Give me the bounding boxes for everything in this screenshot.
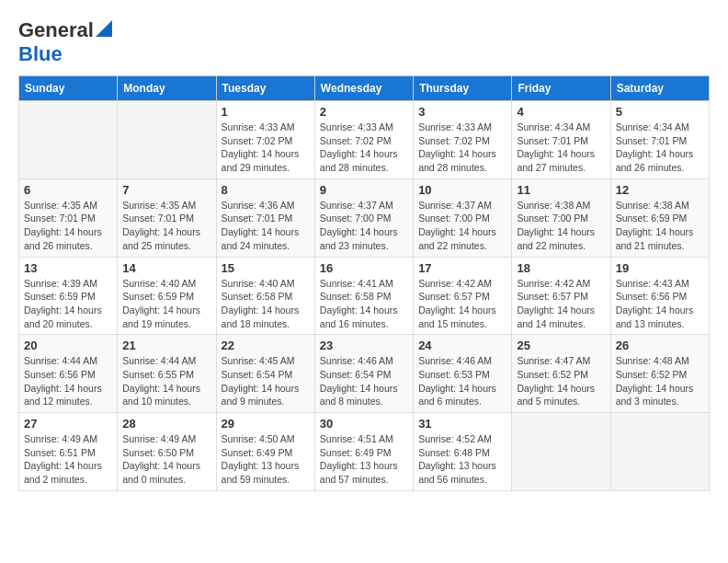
day-number: 6 — [24, 183, 112, 197]
calendar-cell: 16Sunrise: 4:41 AMSunset: 6:58 PMDayligh… — [314, 257, 413, 335]
calendar-cell: 18Sunrise: 4:42 AMSunset: 6:57 PMDayligh… — [512, 257, 610, 335]
day-info: Sunrise: 4:40 AMSunset: 6:59 PMDaylight:… — [122, 277, 210, 331]
calendar-cell: 11Sunrise: 4:38 AMSunset: 7:00 PMDayligh… — [512, 178, 610, 257]
calendar-cell — [512, 413, 610, 491]
calendar-cell: 7Sunrise: 4:35 AMSunset: 7:01 PMDaylight… — [118, 178, 216, 257]
calendar-cell: 13Sunrise: 4:39 AMSunset: 6:59 PMDayligh… — [19, 257, 118, 335]
calendar-cell: 23Sunrise: 4:46 AMSunset: 6:54 PMDayligh… — [314, 335, 413, 413]
day-info: Sunrise: 4:42 AMSunset: 6:57 PMDaylight:… — [418, 277, 506, 331]
day-info: Sunrise: 4:46 AMSunset: 6:53 PMDaylight:… — [418, 354, 506, 408]
day-number: 5 — [616, 105, 704, 119]
header-saturday: Saturday — [610, 76, 709, 101]
day-info: Sunrise: 4:37 AMSunset: 7:00 PMDaylight:… — [320, 199, 408, 253]
calendar-cell — [118, 101, 216, 179]
calendar-cell: 17Sunrise: 4:42 AMSunset: 6:57 PMDayligh… — [414, 257, 512, 335]
day-info: Sunrise: 4:38 AMSunset: 6:59 PMDaylight:… — [616, 199, 704, 253]
logo-blue-text: Blue — [18, 42, 63, 65]
header-tuesday: Tuesday — [216, 76, 314, 101]
calendar-cell: 6Sunrise: 4:35 AMSunset: 7:01 PMDaylight… — [19, 178, 118, 257]
day-info: Sunrise: 4:33 AMSunset: 7:02 PMDaylight:… — [320, 121, 408, 175]
day-info: Sunrise: 4:33 AMSunset: 7:02 PMDaylight:… — [222, 121, 310, 175]
header-sunday: Sunday — [19, 76, 118, 101]
calendar-cell: 31Sunrise: 4:52 AMSunset: 6:48 PMDayligh… — [414, 413, 512, 491]
day-number: 25 — [517, 339, 605, 352]
day-info: Sunrise: 4:46 AMSunset: 6:54 PMDaylight:… — [320, 354, 408, 408]
day-number: 22 — [222, 339, 310, 352]
day-info: Sunrise: 4:43 AMSunset: 6:56 PMDaylight:… — [616, 277, 704, 331]
day-info: Sunrise: 4:39 AMSunset: 6:59 PMDaylight:… — [24, 277, 112, 331]
calendar-cell: 19Sunrise: 4:43 AMSunset: 6:56 PMDayligh… — [610, 257, 709, 335]
day-number: 31 — [418, 417, 506, 431]
calendar-cell: 5Sunrise: 4:34 AMSunset: 7:01 PMDaylight… — [610, 101, 709, 179]
calendar-table: SundayMondayTuesdayWednesdayThursdayFrid… — [18, 75, 710, 491]
day-info: Sunrise: 4:52 AMSunset: 6:48 PMDaylight:… — [418, 432, 506, 487]
day-info: Sunrise: 4:34 AMSunset: 7:01 PMDaylight:… — [616, 121, 704, 175]
day-number: 20 — [24, 339, 112, 352]
calendar-cell: 28Sunrise: 4:49 AMSunset: 6:50 PMDayligh… — [118, 413, 216, 491]
day-number: 7 — [122, 183, 210, 197]
day-info: Sunrise: 4:47 AMSunset: 6:52 PMDaylight:… — [517, 354, 605, 408]
calendar-cell: 21Sunrise: 4:44 AMSunset: 6:55 PMDayligh… — [118, 335, 216, 413]
calendar-week-2: 6Sunrise: 4:35 AMSunset: 7:01 PMDaylight… — [19, 178, 710, 257]
day-number: 3 — [418, 105, 506, 119]
calendar-cell: 8Sunrise: 4:36 AMSunset: 7:01 PMDaylight… — [216, 178, 314, 257]
header-friday: Friday — [512, 76, 610, 101]
svg-marker-0 — [96, 20, 112, 37]
day-number: 12 — [616, 183, 704, 197]
calendar-cell — [19, 101, 118, 179]
calendar-cell: 9Sunrise: 4:37 AMSunset: 7:00 PMDaylight… — [314, 178, 413, 257]
logo-triangle-icon — [96, 20, 112, 37]
day-info: Sunrise: 4:42 AMSunset: 6:57 PMDaylight:… — [517, 277, 605, 331]
day-info: Sunrise: 4:37 AMSunset: 7:00 PMDaylight:… — [418, 199, 506, 253]
day-number: 4 — [517, 105, 605, 119]
calendar-cell: 14Sunrise: 4:40 AMSunset: 6:59 PMDayligh… — [118, 257, 216, 335]
calendar-week-4: 20Sunrise: 4:44 AMSunset: 6:56 PMDayligh… — [19, 335, 710, 413]
day-info: Sunrise: 4:45 AMSunset: 6:54 PMDaylight:… — [222, 354, 310, 408]
header-monday: Monday — [118, 76, 216, 101]
day-info: Sunrise: 4:44 AMSunset: 6:55 PMDaylight:… — [122, 354, 210, 408]
calendar-cell: 22Sunrise: 4:45 AMSunset: 6:54 PMDayligh… — [216, 335, 314, 413]
day-number: 11 — [517, 183, 605, 197]
day-number: 24 — [418, 339, 506, 352]
day-number: 13 — [24, 261, 112, 275]
calendar-cell: 24Sunrise: 4:46 AMSunset: 6:53 PMDayligh… — [414, 335, 512, 413]
calendar-cell: 12Sunrise: 4:38 AMSunset: 6:59 PMDayligh… — [610, 178, 709, 257]
calendar-cell: 2Sunrise: 4:33 AMSunset: 7:02 PMDaylight… — [314, 101, 413, 179]
day-info: Sunrise: 4:35 AMSunset: 7:01 PMDaylight:… — [122, 199, 210, 253]
calendar-cell: 20Sunrise: 4:44 AMSunset: 6:56 PMDayligh… — [19, 335, 118, 413]
header-wednesday: Wednesday — [314, 76, 413, 101]
calendar-cell: 25Sunrise: 4:47 AMSunset: 6:52 PMDayligh… — [512, 335, 610, 413]
day-info: Sunrise: 4:41 AMSunset: 6:58 PMDaylight:… — [320, 277, 408, 331]
day-number: 10 — [418, 183, 506, 197]
calendar-week-1: 1Sunrise: 4:33 AMSunset: 7:02 PMDaylight… — [19, 101, 710, 179]
day-number: 26 — [616, 339, 704, 352]
day-number: 14 — [122, 261, 210, 275]
calendar-cell: 29Sunrise: 4:50 AMSunset: 6:49 PMDayligh… — [216, 413, 314, 491]
day-number: 28 — [122, 417, 210, 431]
day-info: Sunrise: 4:34 AMSunset: 7:01 PMDaylight:… — [517, 121, 605, 175]
day-info: Sunrise: 4:49 AMSunset: 6:50 PMDaylight:… — [122, 432, 210, 487]
day-info: Sunrise: 4:48 AMSunset: 6:52 PMDaylight:… — [616, 354, 704, 408]
day-number: 21 — [122, 339, 210, 352]
day-number: 27 — [24, 417, 112, 431]
day-number: 30 — [320, 417, 408, 431]
calendar-cell: 15Sunrise: 4:40 AMSunset: 6:58 PMDayligh… — [216, 257, 314, 335]
day-number: 9 — [320, 183, 408, 197]
page-header: General Blue — [18, 18, 710, 66]
day-info: Sunrise: 4:50 AMSunset: 6:49 PMDaylight:… — [222, 432, 310, 487]
calendar-cell — [610, 413, 709, 491]
day-number: 2 — [320, 105, 408, 119]
calendar-cell: 3Sunrise: 4:33 AMSunset: 7:02 PMDaylight… — [414, 101, 512, 179]
calendar-cell: 26Sunrise: 4:48 AMSunset: 6:52 PMDayligh… — [610, 335, 709, 413]
calendar-week-3: 13Sunrise: 4:39 AMSunset: 6:59 PMDayligh… — [19, 257, 710, 335]
day-info: Sunrise: 4:49 AMSunset: 6:51 PMDaylight:… — [24, 432, 112, 487]
day-info: Sunrise: 4:36 AMSunset: 7:01 PMDaylight:… — [222, 199, 310, 253]
day-number: 23 — [320, 339, 408, 352]
day-number: 15 — [222, 261, 310, 275]
calendar-cell: 10Sunrise: 4:37 AMSunset: 7:00 PMDayligh… — [414, 178, 512, 257]
day-number: 29 — [222, 417, 310, 431]
header-thursday: Thursday — [414, 76, 512, 101]
calendar-cell: 27Sunrise: 4:49 AMSunset: 6:51 PMDayligh… — [19, 413, 118, 491]
day-info: Sunrise: 4:33 AMSunset: 7:02 PMDaylight:… — [418, 121, 506, 175]
day-info: Sunrise: 4:44 AMSunset: 6:56 PMDaylight:… — [24, 354, 112, 408]
